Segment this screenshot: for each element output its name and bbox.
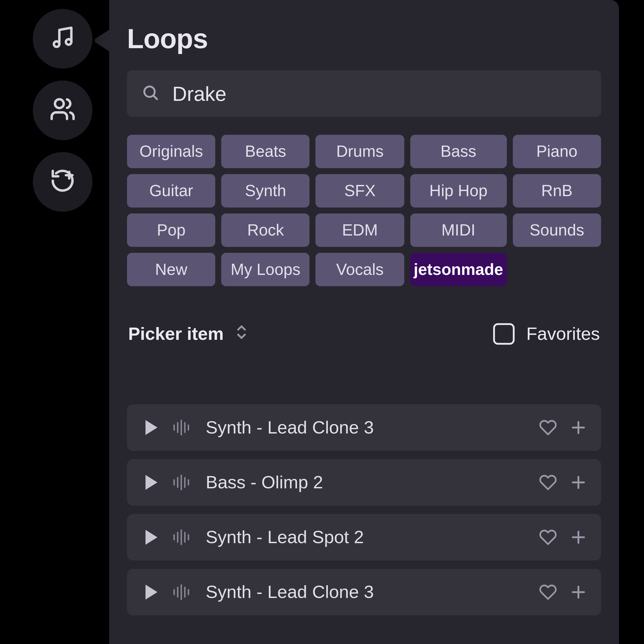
waveform-icon	[172, 474, 193, 491]
track-row: Synth - Lead Spot 2	[127, 514, 601, 561]
tag-rock[interactable]: Rock	[221, 213, 310, 247]
svg-point-0	[54, 42, 59, 47]
sidebar-loops-button[interactable]	[33, 9, 92, 69]
tag-sounds[interactable]: Sounds	[513, 213, 601, 247]
tag-guitar[interactable]: Guitar	[127, 174, 215, 207]
tag-new[interactable]: New	[127, 253, 215, 286]
waveform-icon	[172, 419, 193, 436]
music-note-icon	[49, 24, 76, 53]
sort-picker[interactable]: Picker item	[128, 324, 247, 344]
tag-grid: OriginalsBeatsDrumsBassPianoGuitarSynthS…	[127, 135, 601, 286]
add-button[interactable]	[570, 474, 587, 491]
tag-beats[interactable]: Beats	[221, 135, 310, 168]
tag-synth[interactable]: Synth	[221, 174, 310, 207]
sidebar-rail	[33, 9, 92, 212]
track-name: Bass - Olimp 2	[206, 472, 526, 493]
svg-marker-23	[146, 530, 158, 545]
sidebar-people-button[interactable]	[33, 80, 92, 140]
tag-piano[interactable]: Piano	[513, 135, 601, 168]
svg-marker-7	[146, 420, 158, 435]
loops-panel: Loops OriginalsBeatsDrumsBassPianoGuitar…	[109, 0, 619, 644]
search-input[interactable]	[172, 82, 587, 105]
track-row: Synth - Lead Clone 3	[127, 569, 601, 616]
track-name: Synth - Lead Spot 2	[206, 527, 526, 547]
track-name: Synth - Lead Clone 3	[206, 582, 526, 602]
svg-point-2	[55, 99, 64, 108]
favorite-button[interactable]	[539, 419, 557, 436]
track-name: Synth - Lead Clone 3	[206, 418, 526, 438]
add-button[interactable]	[570, 584, 587, 601]
search-bar[interactable]	[127, 70, 601, 117]
waveform-icon	[172, 584, 193, 601]
panel-title: Loops	[127, 23, 601, 55]
tag-sfx[interactable]: SFX	[316, 174, 404, 207]
search-icon	[141, 84, 159, 104]
tag-jetsonmade[interactable]: jetsonmade	[410, 253, 507, 286]
favorites-checkbox[interactable]	[493, 323, 514, 345]
sort-picker-label: Picker item	[128, 324, 224, 344]
tag-edm[interactable]: EDM	[316, 213, 404, 247]
tag-vocals[interactable]: Vocals	[316, 253, 404, 286]
play-button[interactable]	[144, 583, 159, 601]
people-icon	[49, 96, 76, 125]
track-row: Synth - Lead Clone 3	[127, 404, 601, 451]
play-button[interactable]	[144, 473, 159, 491]
tag-drums[interactable]: Drums	[316, 135, 404, 168]
favorite-button[interactable]	[539, 529, 557, 546]
svg-marker-31	[146, 585, 158, 600]
svg-point-1	[66, 39, 72, 45]
sidebar-loop-plus-button[interactable]	[33, 152, 92, 212]
tag-bass[interactable]: Bass	[410, 135, 507, 168]
track-row: Bass - Olimp 2	[127, 459, 601, 506]
tag-rnb[interactable]: RnB	[513, 174, 601, 207]
chevron-sort-icon	[236, 324, 247, 344]
tag-pop[interactable]: Pop	[127, 213, 215, 247]
add-button[interactable]	[570, 529, 587, 546]
play-button[interactable]	[144, 528, 159, 546]
tag-midi[interactable]: MIDI	[410, 213, 507, 247]
favorites-label: Favorites	[526, 324, 600, 344]
tag-hip-hop[interactable]: Hip Hop	[410, 174, 507, 207]
tag-my-loops[interactable]: My Loops	[221, 253, 310, 286]
waveform-icon	[172, 529, 193, 546]
tag-originals[interactable]: Originals	[127, 135, 215, 168]
picker-row: Picker item Favorites	[127, 323, 601, 345]
svg-marker-15	[146, 475, 158, 490]
favorite-button[interactable]	[539, 584, 557, 601]
play-button[interactable]	[144, 419, 159, 436]
favorites-toggle[interactable]: Favorites	[493, 323, 600, 345]
favorite-button[interactable]	[539, 474, 557, 491]
add-button[interactable]	[570, 419, 587, 436]
svg-line-6	[153, 96, 157, 99]
loop-plus-icon	[49, 168, 76, 196]
track-list: Synth - Lead Clone 3Bass - Olimp 2Synth …	[127, 404, 601, 615]
sidebar-active-pointer	[92, 30, 109, 51]
